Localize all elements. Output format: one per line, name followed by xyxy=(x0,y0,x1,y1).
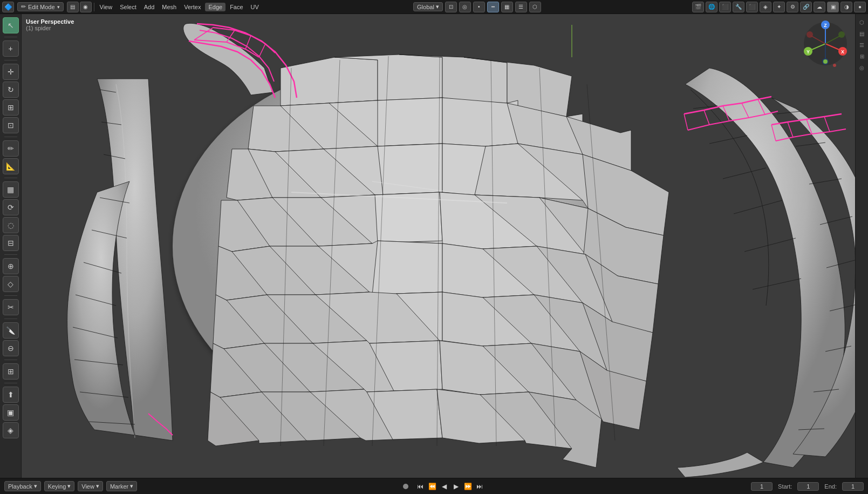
jump-start-btn[interactable]: ⏮ xyxy=(415,481,426,492)
right-btn-1[interactable]: ⬡ xyxy=(857,17,867,27)
svg-point-132 xyxy=(833,64,836,67)
right-btn-4[interactable]: ⊞ xyxy=(857,51,867,61)
keying-label: Keying xyxy=(48,483,66,490)
menu-vertex[interactable]: Vertex xyxy=(181,3,204,11)
menu-face[interactable]: Face xyxy=(227,3,246,11)
object-icon[interactable]: ⬛ xyxy=(719,2,731,12)
overlay-btn[interactable]: ⬡ xyxy=(529,2,541,12)
svg-point-130 xyxy=(838,31,845,38)
tool-move[interactable]: ✛ xyxy=(3,64,19,80)
select-mode-edge[interactable]: ━ xyxy=(487,2,499,12)
svg-text:Y: Y xyxy=(807,49,810,55)
svg-text:Z: Z xyxy=(824,23,827,28)
navigation-gizmo[interactable]: Z X Y xyxy=(801,19,850,68)
right-btn-5[interactable]: ◎ xyxy=(857,63,867,72)
tool-knife[interactable]: 🔪 xyxy=(3,322,19,339)
header-icon-1[interactable]: ▤ xyxy=(67,2,79,12)
playback-controls: ⏮ ⏪ ◀ ▶ ⏩ ⏭ xyxy=(140,481,748,492)
tool-draw[interactable]: 📐 xyxy=(3,158,19,174)
sep-7 xyxy=(4,319,17,319)
shading-rendered[interactable]: ● xyxy=(854,2,866,12)
menu-select[interactable]: Select xyxy=(117,3,140,11)
top-bar: 🔷 ✏ Edit Mode ▤ ◉ View Select Add Mesh V… xyxy=(0,0,868,14)
current-frame-input[interactable] xyxy=(751,482,773,491)
view-menu[interactable]: View ▾ xyxy=(78,481,103,491)
mode-selector[interactable]: ✏ Edit Mode xyxy=(17,2,64,11)
menu-view[interactable]: View xyxy=(97,3,116,11)
sep-4 xyxy=(4,178,17,178)
shading-solid[interactable]: ▣ xyxy=(827,2,839,12)
right-btn-2[interactable]: ▤ xyxy=(857,29,867,38)
scene-icon[interactable]: 🎬 xyxy=(692,2,704,12)
menu-edge[interactable]: Edge xyxy=(205,3,225,11)
physics-icon[interactable]: ⚙ xyxy=(787,2,798,12)
prev-keyframe-btn[interactable]: ⏪ xyxy=(427,481,438,492)
header-icon-2[interactable]: ◉ xyxy=(80,2,92,12)
svg-marker-21 xyxy=(442,98,518,146)
modifier-icon[interactable]: 🔧 xyxy=(733,2,744,12)
view-chevron-icon: ▾ xyxy=(96,483,99,490)
end-frame-input[interactable] xyxy=(842,482,864,491)
select-mode-vertex[interactable]: • xyxy=(473,2,485,12)
sep-2 xyxy=(4,60,17,60)
top-bar-left: 🔷 ✏ Edit Mode ▤ ◉ View Select Add Mesh V… xyxy=(0,2,264,12)
tool-annotate[interactable]: ✏ xyxy=(3,140,19,157)
chevron-down-icon: ▾ xyxy=(436,3,439,10)
tool-extrude[interactable]: ⬆ xyxy=(3,387,19,403)
next-keyframe-btn[interactable]: ⏩ xyxy=(462,481,473,492)
tool-scale[interactable]: ⊞ xyxy=(3,99,19,116)
menu-uv[interactable]: UV xyxy=(248,3,262,11)
jump-end-btn[interactable]: ⏭ xyxy=(474,481,485,492)
sep-3 xyxy=(4,137,17,137)
blender-logo[interactable]: 🔷 xyxy=(2,2,14,12)
right-toolbar: ⬡ ▤ ☰ ⊞ ◎ xyxy=(855,14,868,478)
render-engine[interactable]: ☁ xyxy=(814,2,825,12)
tool-transform[interactable]: ⊡ xyxy=(3,117,19,133)
svg-marker-28 xyxy=(378,144,442,195)
tool-shear[interactable]: ◇ xyxy=(3,276,19,292)
tool-spin[interactable]: ⟳ xyxy=(3,199,19,215)
data-icon[interactable]: ◈ xyxy=(760,2,771,12)
marker-chevron-icon: ▾ xyxy=(130,483,133,490)
world-icon[interactable]: 🌐 xyxy=(706,2,717,12)
keying-menu[interactable]: Keying ▾ xyxy=(44,481,75,491)
tool-edge-slide[interactable]: ⊟ xyxy=(3,235,19,251)
playback-menu[interactable]: Playback ▾ xyxy=(4,481,41,491)
svg-marker-20 xyxy=(378,98,442,146)
shading-material[interactable]: ◑ xyxy=(840,2,852,12)
transform-orientations[interactable]: Global ▾ xyxy=(413,2,443,11)
viewport[interactable]: User Perspective (1) spider xyxy=(22,14,855,478)
tool-select[interactable]: ↖ xyxy=(3,17,19,33)
tool-poly-build[interactable]: ▦ xyxy=(3,181,19,198)
marker-menu[interactable]: Marker ▾ xyxy=(106,481,137,491)
tool-smooth[interactable]: ◌ xyxy=(3,217,19,233)
tool-bisect[interactable]: ⊖ xyxy=(3,340,19,356)
snap-btn[interactable]: ⊡ xyxy=(445,2,457,12)
marker-label: Marker xyxy=(110,483,128,490)
right-btn-3[interactable]: ☰ xyxy=(857,40,867,50)
keying-chevron-icon: ▾ xyxy=(67,483,71,490)
start-frame-input[interactable] xyxy=(797,482,819,491)
proportional-btn[interactable]: ◎ xyxy=(459,2,471,12)
material-icon[interactable]: ⬛ xyxy=(746,2,758,12)
tool-inset[interactable]: ▣ xyxy=(3,404,19,421)
xray-toggle[interactable]: ☰ xyxy=(515,2,527,12)
divider-1 xyxy=(94,3,94,11)
menu-add[interactable]: Add xyxy=(141,3,158,11)
tool-rip[interactable]: ✂ xyxy=(3,299,19,315)
sep-6 xyxy=(4,295,17,296)
tool-rotate[interactable]: ↻ xyxy=(3,82,19,98)
select-mode-face[interactable]: ▦ xyxy=(501,2,513,12)
transform-label: Global xyxy=(417,4,434,10)
constraints-icon[interactable]: 🔗 xyxy=(800,2,812,12)
play-back-btn[interactable]: ◀ xyxy=(439,481,449,492)
tool-bevel[interactable]: ◈ xyxy=(3,422,19,438)
menu-mesh[interactable]: Mesh xyxy=(159,3,180,11)
bottom-bar: Playback ▾ Keying ▾ View ▾ Marker ▾ ⏮ ⏪ … xyxy=(0,478,868,494)
play-btn[interactable]: ▶ xyxy=(450,481,461,492)
tool-loop-cut[interactable]: ⊞ xyxy=(3,363,19,380)
svg-point-128 xyxy=(807,31,813,38)
particles-icon[interactable]: ✦ xyxy=(773,2,785,12)
tool-shrink-fatten[interactable]: ⊕ xyxy=(3,258,19,274)
tool-cursor[interactable]: + xyxy=(3,40,19,57)
